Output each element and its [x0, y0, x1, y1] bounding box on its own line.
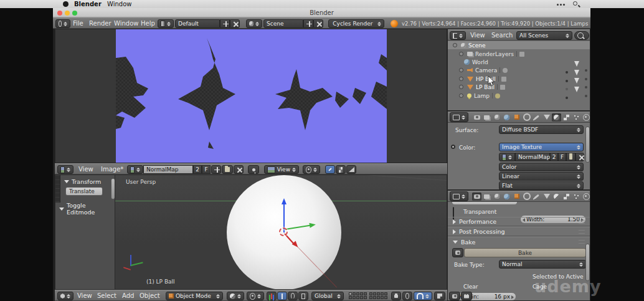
close-traffic-light[interactable] [57, 11, 62, 16]
layer-cell[interactable] [369, 296, 372, 299]
scene-icon-button[interactable] [246, 19, 262, 28]
outliner-menu-view[interactable]: View [470, 30, 485, 41]
viewport-3d[interactable]: User Persp (1) LP Ball [115, 174, 447, 290]
snap-toggle-button[interactable] [414, 292, 432, 300]
uv-image-name-field[interactable]: NormalMap [143, 165, 193, 174]
outliner-row-world[interactable]: World [448, 58, 590, 66]
editor-type-info-button[interactable] [55, 19, 70, 28]
texture-interpolation-dropdown[interactable]: Linear [499, 172, 584, 181]
outliner-item-label[interactable]: World [472, 59, 488, 65]
constraints-tab-icon[interactable] [522, 193, 531, 201]
uv-menu-view[interactable]: View [78, 164, 93, 174]
world-tab-icon[interactable] [502, 193, 511, 201]
outliner-row-camera[interactable]: Camera [448, 66, 590, 74]
proportional-edit-dropdown[interactable] [402, 292, 412, 300]
pivot-point-dropdown[interactable] [247, 292, 264, 300]
outliner-row-scene[interactable]: Scene [448, 41, 590, 49]
panel-grip-icon[interactable] [579, 240, 585, 244]
mesh-data-icon[interactable] [501, 77, 506, 82]
window-titlebar[interactable]: Blender [53, 8, 590, 17]
lock-to-scene-button[interactable] [391, 292, 401, 300]
tool-shelf-scrollbar[interactable] [111, 178, 115, 199]
particles-tab-icon[interactable] [572, 193, 581, 201]
uv-fake-user-button[interactable]: F [202, 165, 211, 174]
scene-name-field[interactable]: Scene [263, 19, 303, 28]
texture-color-space-dropdown[interactable]: Color [499, 163, 584, 171]
material-tab-icon[interactable] [552, 193, 561, 201]
layer-cell[interactable] [377, 296, 380, 299]
slider-right-arrow-icon[interactable] [511, 295, 514, 299]
layer-cell[interactable] [360, 296, 363, 299]
layer-cell[interactable] [364, 292, 367, 295]
uv-scope-button[interactable] [346, 165, 356, 174]
translate-button[interactable]: Translate [65, 187, 103, 196]
bake-button[interactable]: Bake [464, 248, 586, 257]
transform-panel-header[interactable]: Transform [64, 178, 101, 185]
expand-toggle-icon[interactable] [459, 68, 463, 72]
menubar-window-menu[interactable]: Window [107, 0, 131, 8]
panel-grip-icon[interactable] [579, 220, 585, 224]
outliner-row-lamp[interactable]: Lamp [448, 92, 590, 100]
render-tab-icon[interactable] [472, 113, 481, 122]
translate-manipulator-toggle[interactable] [277, 292, 287, 300]
layer-cell[interactable] [369, 292, 372, 295]
bake-icon-button[interactable] [452, 248, 463, 257]
expand-toggle-icon[interactable] [459, 52, 463, 56]
minimize-traffic-light[interactable] [65, 11, 70, 16]
layers-grid-group-2[interactable] [369, 292, 387, 299]
uv-new-image-button[interactable] [211, 165, 221, 174]
outliner-item-label[interactable]: Lamp [474, 93, 490, 99]
panel-grip-icon[interactable] [579, 230, 585, 234]
uv-pin-button[interactable] [248, 165, 259, 174]
material-tab-icon[interactable] [552, 113, 561, 122]
uv-image-browse-button[interactable] [127, 165, 143, 174]
render-panel-scrollbar[interactable] [585, 244, 590, 281]
uv-paint-mode-button[interactable] [325, 165, 335, 174]
uv-pivot-dropdown[interactable] [303, 165, 320, 174]
add-layout-button[interactable] [220, 19, 230, 28]
view3d-menu-add[interactable]: Add [122, 290, 134, 301]
transform-orientation-dropdown[interactable]: Global [311, 292, 344, 300]
menu-render[interactable]: Render [89, 18, 111, 29]
texture-image-name-field[interactable]: NormalMap [515, 153, 550, 161]
uv-unlink-image-button[interactable] [234, 165, 244, 174]
layer-cell[interactable] [353, 292, 356, 295]
outliner-row-lp-ball[interactable]: LP Ball [448, 83, 590, 91]
delete-layout-button[interactable] [230, 19, 240, 28]
mesh-data-icon[interactable] [500, 85, 505, 90]
menu-file[interactable]: File [73, 18, 83, 29]
layer-cell[interactable] [364, 296, 367, 299]
texture-open-image-button[interactable] [566, 153, 575, 161]
selectable-cursor-icon[interactable] [574, 92, 579, 104]
opengl-render-button[interactable] [449, 292, 460, 300]
camera-data-icon[interactable] [503, 68, 508, 73]
object-tab-icon[interactable] [512, 113, 521, 122]
tool-shelf-tabs-strip[interactable] [55, 175, 60, 203]
render-tab-icon[interactable] [472, 193, 481, 201]
surface-dropdown[interactable]: Diffuse BSDF [499, 125, 584, 134]
apple-logo-icon[interactable] [63, 1, 69, 7]
texture-tab-icon[interactable] [562, 193, 571, 201]
expand-toggle-icon[interactable] [459, 85, 463, 89]
screen-layout-icon-button[interactable] [158, 19, 174, 28]
editor-type-properties-button[interactable] [450, 191, 468, 201]
toggle-editmode-panel-header[interactable]: Toggle Editmode [59, 202, 115, 216]
texture-projection-dropdown[interactable]: Flat [499, 181, 584, 190]
layer-cell[interactable] [384, 292, 387, 295]
modifiers-tab-icon[interactable] [532, 113, 541, 122]
spotlight-search-icon[interactable] [573, 1, 577, 6]
physics-tab-icon[interactable] [582, 193, 590, 201]
layer-cell[interactable] [384, 296, 387, 299]
editor-type-outliner-button[interactable] [450, 31, 466, 40]
layers-grid-group-1[interactable] [349, 292, 367, 299]
add-scene-button[interactable] [303, 19, 313, 28]
expand-toggle-icon[interactable] [459, 93, 463, 98]
layer-cell[interactable] [356, 292, 359, 295]
texture-tab-icon[interactable] [562, 113, 571, 122]
texture-fake-user-button[interactable]: F [558, 153, 566, 161]
layer-cell[interactable] [373, 296, 376, 299]
normal-map-image[interactable] [116, 29, 387, 163]
texture-image-users-button[interactable]: 2 [550, 153, 558, 161]
physics-tab-icon[interactable] [582, 113, 590, 122]
scene-tab-icon[interactable] [492, 193, 501, 201]
